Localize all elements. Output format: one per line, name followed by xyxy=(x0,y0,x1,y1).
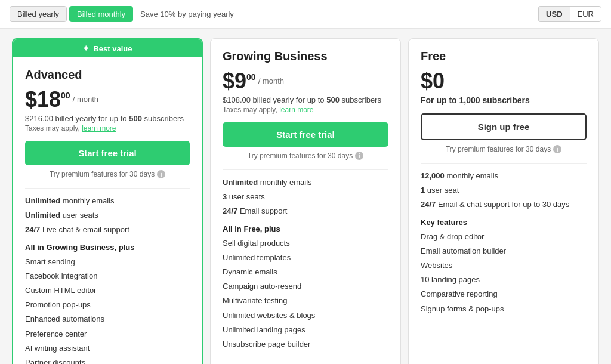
cta-btn-free[interactable]: Sign up free xyxy=(421,113,587,140)
cta-btn-advanced[interactable]: Start free trial xyxy=(25,141,190,165)
features-top-free: 12,000 monthly emails1 user seat24/7 Ema… xyxy=(421,171,587,211)
feature-item: 24/7 Live chat & email support xyxy=(25,224,190,235)
features-list-advanced: Smart sendingFacebook integrationCustom … xyxy=(25,257,190,364)
billing-toggle: Billed yearly Billed monthly xyxy=(10,6,133,22)
feature-item: 10 landing pages xyxy=(421,274,587,285)
price-cents-growing: 00 xyxy=(246,73,256,81)
section-heading-advanced: All in Growing Business, plus xyxy=(25,243,190,252)
trial-info-free: Try premium features for 30 days i xyxy=(421,145,587,153)
pricing-section: ✦ Best value Advanced $1800/ month $216.… xyxy=(0,29,611,364)
feature-item: Drag & drop editor xyxy=(421,232,587,242)
price-row-growing: $900/ month xyxy=(223,70,388,92)
billing-monthly-btn[interactable]: Billed monthly xyxy=(69,6,133,22)
plan-body-growing: Growing Business $900/ month $108.00 bil… xyxy=(211,39,400,364)
currency-eur-btn[interactable]: EUR xyxy=(570,6,601,22)
section-heading-free: Key features xyxy=(421,218,587,227)
info-icon-free: i xyxy=(553,145,561,153)
price-cents-advanced: 00 xyxy=(61,91,70,100)
feature-item: Unlimited user seats xyxy=(25,210,190,221)
top-bar: Billed yearly Billed monthly Save 10% by… xyxy=(0,0,611,29)
feature-item: Dynamic emails xyxy=(223,267,388,277)
trial-text-growing: Try premium features for 30 days xyxy=(248,152,353,160)
tax-info-advanced: Taxes may apply, learn more xyxy=(25,124,190,132)
currency-toggle: USD EUR xyxy=(538,6,601,22)
feature-item: Partner discounts xyxy=(25,357,190,364)
feature-item: AI writing assistant xyxy=(25,343,190,354)
divider-top-advanced xyxy=(25,188,190,189)
billed-info-advanced: $216.00 billed yearly for up to 500 subs… xyxy=(25,114,190,123)
price-dollar-free: $0 xyxy=(421,70,445,92)
feature-item: Custom HTML editor xyxy=(25,285,190,296)
feature-item: Comparative reporting xyxy=(421,289,587,300)
feature-item: Promotion pop-ups xyxy=(25,300,190,310)
trial-info-advanced: Try premium features for 30 days i xyxy=(25,170,190,178)
feature-item: Unlimited landing pages xyxy=(223,325,388,335)
features-top-advanced: Unlimited monthly emailsUnlimited user s… xyxy=(25,196,190,236)
star-icon: ✦ xyxy=(82,44,90,53)
feature-item: Unsubscribe page builder xyxy=(223,339,388,350)
plan-card-free: Free $0For up to 1,000 subscribersSign u… xyxy=(408,38,599,364)
features-list-free: Drag & drop editorEmail automation build… xyxy=(421,232,587,314)
feature-item: Enhanced automations xyxy=(25,314,190,325)
info-icon-growing: i xyxy=(355,152,363,160)
trial-text-advanced: Try premium features for 30 days xyxy=(50,170,155,178)
plan-body-advanced: Advanced $1800/ month $216.00 billed yea… xyxy=(13,57,202,364)
currency-usd-btn[interactable]: USD xyxy=(538,6,569,22)
plan-body-free: Free $0For up to 1,000 subscribersSign u… xyxy=(409,39,598,332)
price-dollar-growing: $9 xyxy=(223,70,246,92)
section-heading-growing: All in Free, plus xyxy=(223,224,388,233)
trial-info-growing: Try premium features for 30 days i xyxy=(223,152,388,160)
feature-item: 24/7 Email support xyxy=(223,206,388,217)
plan-name-advanced: Advanced xyxy=(25,68,190,82)
feature-item: Email automation builder xyxy=(421,246,587,257)
feature-item: Sell digital products xyxy=(223,238,388,249)
plan-name-growing: Growing Business xyxy=(223,50,388,63)
feature-item: Unlimited templates xyxy=(223,252,388,263)
tax-info-growing: Taxes may apply, learn more xyxy=(223,106,388,114)
feature-item: 24/7 Email & chat support for up to 30 d… xyxy=(421,199,587,210)
feature-item: 3 user seats xyxy=(223,192,388,202)
plan-card-growing: Growing Business $900/ month $108.00 bil… xyxy=(210,38,401,364)
feature-item: Websites xyxy=(421,260,587,271)
plan-name-free: Free xyxy=(421,50,587,63)
info-icon-advanced: i xyxy=(157,170,165,178)
feature-item: Signup forms & pop-ups xyxy=(421,304,587,314)
divider-top-growing xyxy=(223,169,388,170)
divider-top-free xyxy=(421,163,587,164)
price-period-growing: / month xyxy=(258,76,284,85)
cta-btn-growing[interactable]: Start free trial xyxy=(223,122,388,147)
feature-item: Unlimited monthly emails xyxy=(25,196,190,206)
feature-item: Unlimited monthly emails xyxy=(223,177,388,188)
features-top-growing: Unlimited monthly emails3 user seats24/7… xyxy=(223,177,388,217)
trial-text-free: Try premium features for 30 days xyxy=(446,145,551,153)
billed-info-growing: $108.00 billed yearly for up to 500 subs… xyxy=(223,95,388,104)
features-list-growing: Sell digital productsUnlimited templates… xyxy=(223,238,388,350)
feature-item: Unlimited websites & blogs xyxy=(223,310,388,321)
feature-item: Facebook integration xyxy=(25,271,190,282)
feature-item: Smart sending xyxy=(25,257,190,267)
price-dollar-advanced: $18 xyxy=(25,89,61,110)
plan-card-advanced: ✦ Best value Advanced $1800/ month $216.… xyxy=(12,38,203,364)
feature-item: 12,000 monthly emails xyxy=(421,171,587,181)
feature-item: Preference center xyxy=(25,329,190,340)
feature-item: 1 user seat xyxy=(421,185,587,196)
learn-more-link-advanced[interactable]: learn more xyxy=(82,124,116,132)
price-period-advanced: / month xyxy=(73,95,98,104)
feature-item: Multivariate testing xyxy=(223,295,388,306)
free-subscribers-free: For up to 1,000 subscribers xyxy=(421,95,587,105)
best-value-banner: ✦ Best value xyxy=(13,39,202,57)
learn-more-link-growing[interactable]: learn more xyxy=(279,106,313,114)
price-row-free: $0 xyxy=(421,70,587,92)
best-value-label: Best value xyxy=(93,44,132,53)
billing-yearly-btn[interactable]: Billed yearly xyxy=(10,6,67,22)
save-text: Save 10% by paying yearly xyxy=(140,10,234,18)
price-row-advanced: $1800/ month xyxy=(25,89,190,110)
feature-item: Campaign auto-resend xyxy=(223,281,388,292)
